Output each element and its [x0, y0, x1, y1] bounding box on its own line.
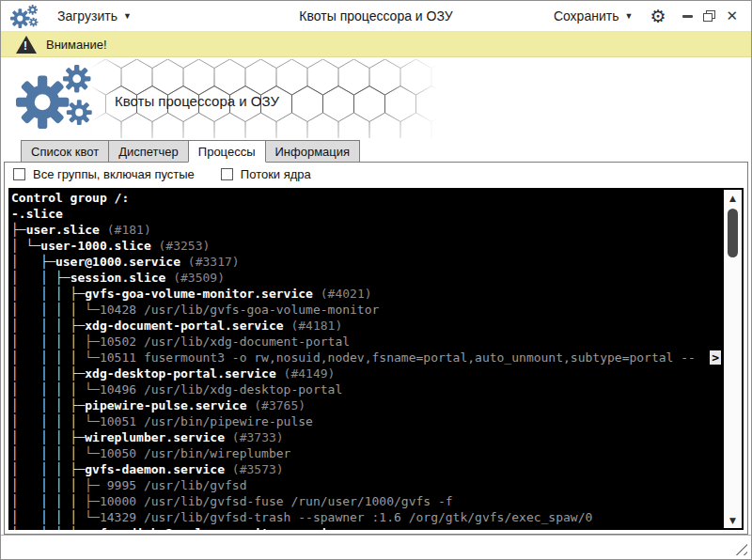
- header: Квоты процессора и ОЗУ: [1, 57, 751, 139]
- process-text: ├─10000 /usr/lib/gvfsd-fuse /run/user/10…: [85, 494, 452, 508]
- checkbox-icon[interactable]: [221, 168, 233, 180]
- terminal-output: Control group /:-.slice├─user.slice (#18…: [8, 188, 744, 530]
- cgroup-id: (#3253): [151, 239, 211, 253]
- close-button close-icon[interactable]: ✕: [726, 9, 738, 23]
- terminal-line: │ │ │ │ └─14329 /usr/lib/gvfsd-trash --s…: [11, 509, 744, 525]
- terminal-line: │ │ │ ├─pipewire-pulse.service (#3765): [11, 397, 744, 413]
- warning-exclaim: !: [24, 39, 27, 53]
- save-button-label: Сохранить: [554, 8, 619, 23]
- tree-prefix: │ └─: [11, 239, 40, 253]
- terminal-line: ├─user.slice (#181): [11, 222, 744, 238]
- cgroup-id: (#3509): [165, 271, 225, 285]
- tree-prefix: │ │ ├─: [11, 271, 70, 285]
- cgroup-id: (#3733): [225, 430, 284, 444]
- cgroup-id: (#3765): [246, 398, 306, 412]
- page-title: Квоты процессора и ОЗУ: [115, 93, 279, 109]
- checkbox-icon[interactable]: [13, 168, 25, 180]
- cgroup-name: user@1000.service: [55, 255, 180, 269]
- process-text: ├─ 9995 /usr/lib/gvfsd: [85, 478, 246, 492]
- cgroup-name: wireplumber.service: [85, 430, 225, 444]
- terminal-line: │ │ │ ├─gvfs-daemon.service (#3573): [11, 461, 744, 477]
- tree-prefix: │ │ │ │: [11, 382, 85, 397]
- terminal-line: │ │ │ ├─xdg-document-portal.service (#41…: [11, 318, 744, 334]
- tab-2[interactable]: Диспетчер: [108, 140, 189, 163]
- tree-prefix: │ │ │ ├─: [11, 462, 85, 476]
- cgroup-id: (#4181): [284, 319, 343, 333]
- cgroup-name: gvfs-daemon.service: [85, 462, 225, 476]
- terminal-line: │ │ │ ├─wireplumber.service (#3733): [11, 429, 744, 445]
- chevron-down-icon: ▼: [624, 12, 633, 21]
- cgroup-id: (#181): [100, 223, 151, 237]
- terminal-line: │ │ │ │ └─10050 /usr/bin/wireplumber: [11, 445, 744, 461]
- scroll-up-arrow-icon[interactable]: ▲: [724, 191, 742, 205]
- save-button[interactable]: Сохранить ▼: [554, 8, 634, 23]
- restore-icon: [703, 13, 713, 22]
- minimize-button[interactable]: [682, 15, 693, 18]
- tree-prefix: │ │ │ │: [11, 303, 85, 317]
- warning-banner: ! Внимание!: [1, 32, 751, 57]
- tree-prefix: │ ├─: [11, 255, 55, 269]
- titlebar-right: Сохранить ▼ ⚙ ✕: [554, 8, 738, 25]
- tree-prefix: │ │ │ │: [11, 334, 85, 349]
- terminal-line: │ │ │ │ ├─10000 /usr/lib/gvfsd-fuse /run…: [11, 493, 744, 509]
- tab-1[interactable]: Список квот: [21, 140, 109, 163]
- terminal-line: │ │ │ ├─gvfs-goa-volume-monitor.service …: [11, 286, 744, 302]
- chevron-down-icon: ▼: [123, 12, 132, 21]
- terminal-scrollbar[interactable]: ▲ ▼: [724, 190, 742, 528]
- process-text: └─10496 /usr/lib/xdg-desktop-portal: [85, 382, 342, 397]
- minimize-icon: [682, 15, 693, 18]
- filter-checkbox-1[interactable]: Все группы, включая пустые: [13, 167, 195, 181]
- cgroup-name: session.slice: [70, 271, 166, 285]
- warning-triangle-icon: !: [16, 36, 37, 54]
- tab-3[interactable]: Процессы: [188, 140, 266, 163]
- terminal-line: │ │ │ │ └─10051 /usr/bin/pipewire-pulse: [11, 413, 744, 429]
- terminal-line: │ └─user-1000.slice (#3253): [11, 238, 744, 254]
- load-button-label: Загрузить: [57, 8, 118, 23]
- process-text: └─14329 /usr/lib/gvfsd-trash --spawner :…: [85, 510, 592, 524]
- filter-checkbox-2[interactable]: Потоки ядра: [221, 167, 311, 181]
- resize-grip[interactable]: [735, 543, 747, 555]
- line-continuation-marker: >: [710, 350, 721, 365]
- tree-prefix: │ │ │ │: [11, 510, 85, 524]
- tree-prefix: │ │ │ ├─: [11, 398, 85, 412]
- warning-text: Внимание!: [46, 38, 107, 52]
- status-bar: [1, 535, 751, 559]
- terminal-line: │ │ │ │ └─10511 fusermount3 -o rw,nosuid…: [11, 350, 744, 366]
- terminal-line: │ │ │ │ └─10496 /usr/lib/xdg-desktop-por…: [11, 381, 744, 397]
- scroll-down-arrow-icon[interactable]: ▼: [724, 513, 742, 527]
- cgroup-name: pipewire-pulse.service: [85, 398, 246, 412]
- content-panel: Все группы, включая пустыеПотоки ядра Co…: [4, 162, 748, 535]
- cgroup-name: xdg-desktop-portal.service: [85, 366, 276, 381]
- settings-button gear-icon[interactable]: ⚙: [650, 8, 666, 25]
- tree-prefix: │ │ │ ├─: [11, 366, 85, 381]
- process-text: └─10050 /usr/bin/wireplumber: [85, 446, 290, 460]
- tree-prefix: │ │ │ │: [11, 414, 85, 428]
- cgroup-text: -.slice: [11, 207, 63, 221]
- terminal-line: │ ├─user@1000.service (#3317): [11, 254, 744, 270]
- cgroup-name: user-1000.slice: [40, 239, 150, 253]
- filter-label: Все группы, включая пустые: [33, 167, 195, 181]
- terminal-line: │ │ │ ├─gvfs-udisks2-volume-monitor.serv…: [11, 525, 744, 530]
- tree-prefix: │ │ │ ├─: [11, 319, 85, 333]
- app-logo gears-icon: [16, 65, 93, 129]
- process-text: └─10428 /usr/lib/gvfs-goa-volume-monitor: [85, 303, 379, 317]
- scrollbar-thumb[interactable]: [728, 209, 738, 257]
- process-text: └─10051 /usr/bin/pipewire-pulse: [85, 414, 313, 428]
- cgroup-id: (#3317): [180, 255, 240, 269]
- terminal-line: │ │ │ ├─xdg-desktop-portal.service (#414…: [11, 366, 744, 381]
- terminal-line: │ │ │ │ ├─ 9995 /usr/lib/gvfsd: [11, 477, 744, 493]
- titlebar: Загрузить ▼ Квоты процессора и ОЗУ Сохра…: [1, 1, 751, 32]
- terminal-line: │ │ ├─session.slice (#3509): [11, 270, 744, 286]
- restore-button[interactable]: [703, 10, 715, 22]
- tree-prefix: ├─: [11, 223, 26, 237]
- cgroup-id: (#3573): [225, 462, 284, 476]
- tabstrip: Список квотДиспетчерПроцессыИнформация: [21, 140, 359, 163]
- filter-label: Потоки ядра: [241, 167, 311, 181]
- tab-4[interactable]: Информация: [265, 140, 361, 163]
- window-controls: ✕: [682, 9, 738, 23]
- tree-prefix: │ │ │ │: [11, 446, 85, 460]
- filters-row: Все группы, включая пустыеПотоки ядра: [13, 167, 311, 181]
- process-text: └─10511 fusermount3 -o rw,nosuid,nodev,f…: [85, 350, 702, 365]
- load-button[interactable]: Загрузить ▼: [57, 8, 132, 23]
- cgroup-name: user.slice: [26, 223, 100, 237]
